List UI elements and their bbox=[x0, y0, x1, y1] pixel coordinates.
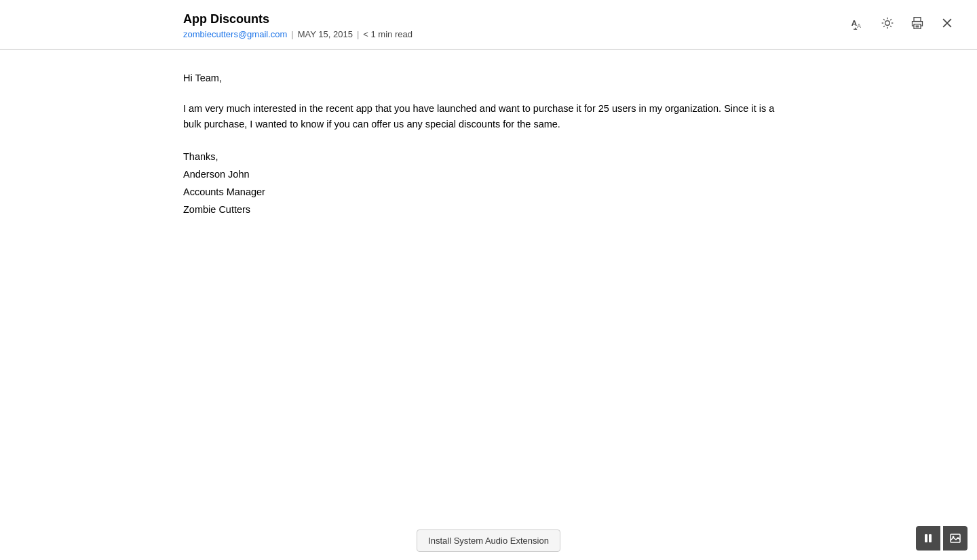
close-icon[interactable] bbox=[938, 14, 957, 33]
email-meta-separator2: | bbox=[357, 29, 359, 39]
svg-line-9 bbox=[883, 19, 885, 20]
email-paragraph1: I am very much interested in the recent … bbox=[183, 101, 794, 132]
email-greeting: Hi Team, bbox=[183, 71, 794, 86]
signature-name: Anderson John bbox=[183, 165, 794, 183]
install-audio-extension-button[interactable]: Install System Audio Extension bbox=[417, 529, 560, 552]
brightness-icon[interactable] bbox=[878, 14, 897, 33]
email-header: App Discounts zombiecutters@gmail.com | … bbox=[0, 0, 977, 49]
svg-rect-20 bbox=[929, 534, 932, 542]
email-meta-separator: | bbox=[291, 29, 293, 39]
svg-rect-14 bbox=[914, 24, 921, 29]
email-header-right: A A bbox=[848, 12, 963, 33]
svg-rect-13 bbox=[914, 18, 921, 22]
email-date: MAY 15, 2015 bbox=[298, 29, 353, 39]
svg-line-10 bbox=[890, 26, 892, 27]
email-viewer: App Discounts zombiecutters@gmail.com | … bbox=[0, 0, 977, 560]
email-body: Hi Team, I am very much interested in th… bbox=[0, 50, 977, 560]
svg-rect-19 bbox=[925, 534, 927, 542]
email-from[interactable]: zombiecutters@gmail.com bbox=[183, 29, 287, 39]
svg-text:A: A bbox=[857, 22, 861, 29]
signature-title: Accounts Manager bbox=[183, 183, 794, 201]
print-icon[interactable] bbox=[908, 14, 927, 33]
pause-button[interactable] bbox=[916, 526, 940, 551]
email-subject: App Discounts bbox=[183, 12, 413, 26]
text-size-icon[interactable]: A A bbox=[848, 14, 867, 33]
email-read-time: < 1 min read bbox=[363, 29, 413, 39]
signature-company: Zombie Cutters bbox=[183, 201, 794, 218]
bottom-right-controls bbox=[916, 526, 968, 551]
svg-line-11 bbox=[890, 19, 892, 20]
email-meta: zombiecutters@gmail.com | MAY 15, 2015 |… bbox=[183, 29, 413, 39]
svg-line-12 bbox=[883, 26, 885, 27]
signature-thanks: Thanks, bbox=[183, 148, 794, 165]
email-header-left: App Discounts zombiecutters@gmail.com | … bbox=[183, 12, 413, 39]
svg-point-4 bbox=[885, 21, 890, 26]
image-button[interactable] bbox=[943, 526, 968, 551]
email-signature: Thanks, Anderson John Accounts Manager Z… bbox=[183, 148, 794, 218]
